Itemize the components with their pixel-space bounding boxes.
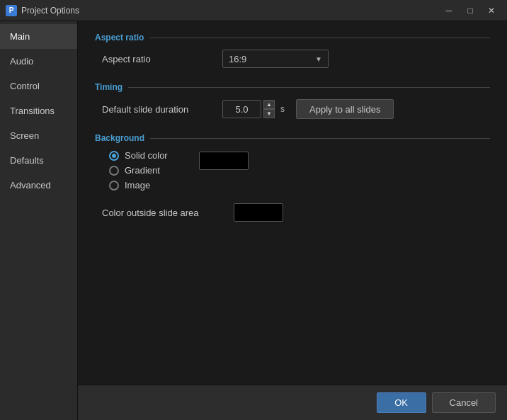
cancel-button[interactable]: Cancel	[432, 392, 496, 413]
aspect-ratio-dropdown[interactable]: 16:9 ▼	[222, 50, 329, 68]
timing-section-label: Timing	[95, 82, 490, 92]
ok-button[interactable]: OK	[377, 392, 426, 413]
timing-row: Default slide duration ▲ ▼ s Apply to al…	[95, 99, 490, 119]
radio-image[interactable]: Image	[109, 180, 168, 191]
color-outside-swatch[interactable]	[234, 203, 283, 222]
radio-gradient[interactable]: Gradient	[109, 165, 168, 176]
maximize-button[interactable]: □	[460, 4, 480, 18]
radio-solid-color[interactable]: Solid color	[109, 150, 168, 161]
background-section-label: Background	[95, 133, 490, 143]
content-scroll: Aspect ratio Aspect ratio 16:9 ▼ Timing …	[78, 21, 507, 420]
app-body: Main Audio Control Transitions Screen De…	[0, 21, 507, 420]
aspect-ratio-value: 16:9	[229, 54, 246, 64]
title-bar: P Project Options ─ □ ✕	[0, 0, 507, 21]
window-title: Project Options	[21, 6, 439, 16]
spinner-up-button[interactable]: ▲	[263, 100, 275, 109]
spinner-down-button[interactable]: ▼	[263, 109, 275, 118]
color-outside-label: Color outside slide area	[102, 208, 222, 218]
radio-solid-label: Solid color	[125, 150, 168, 161]
duration-label: Default slide duration	[102, 104, 222, 115]
content-wrapper: Aspect ratio Aspect ratio 16:9 ▼ Timing …	[78, 21, 507, 420]
radio-image-indicator	[109, 181, 119, 191]
background-content: Solid color Gradient Image	[95, 150, 490, 198]
aspect-ratio-section: Aspect ratio Aspect ratio 16:9 ▼	[95, 33, 490, 68]
minimize-button[interactable]: ─	[439, 4, 459, 18]
radio-image-label: Image	[125, 180, 150, 191]
background-section: Background Solid color Gradient	[95, 133, 490, 222]
aspect-ratio-section-label: Aspect ratio	[95, 33, 490, 42]
aspect-ratio-row: Aspect ratio 16:9 ▼	[95, 50, 490, 68]
sidebar: Main Audio Control Transitions Screen De…	[0, 21, 78, 420]
timing-section: Timing Default slide duration ▲ ▼ s Appl…	[95, 82, 490, 119]
app-icon: P	[6, 5, 17, 16]
window-controls: ─ □ ✕	[439, 4, 501, 18]
bottom-bar: OK Cancel	[78, 385, 507, 420]
apply-to-all-slides-button[interactable]: Apply to all slides	[296, 99, 394, 119]
chevron-down-icon: ▼	[315, 55, 322, 63]
duration-input[interactable]	[222, 100, 261, 118]
duration-unit: s	[280, 104, 285, 114]
spinner-wrap: ▲ ▼	[263, 100, 275, 118]
color-outside-row: Color outside slide area	[95, 203, 490, 222]
solid-color-swatch[interactable]	[199, 152, 249, 170]
sidebar-item-main[interactable]: Main	[0, 24, 77, 49]
sidebar-item-control[interactable]: Control	[0, 74, 77, 98]
sidebar-item-defaults[interactable]: Defaults	[0, 148, 77, 173]
background-radio-group: Solid color Gradient Image	[102, 150, 168, 191]
radio-solid-indicator	[109, 151, 119, 161]
duration-input-wrap: ▲ ▼ s Apply to all slides	[222, 99, 394, 119]
sidebar-item-screen[interactable]: Screen	[0, 123, 77, 148]
sidebar-item-advanced[interactable]: Advanced	[0, 173, 77, 198]
aspect-ratio-label: Aspect ratio	[102, 54, 222, 64]
sidebar-item-audio[interactable]: Audio	[0, 49, 77, 74]
radio-gradient-indicator	[109, 166, 119, 176]
radio-gradient-label: Gradient	[125, 165, 160, 176]
close-button[interactable]: ✕	[482, 4, 501, 18]
app-icon-letter: P	[9, 6, 14, 14]
sidebar-item-transitions[interactable]: Transitions	[0, 98, 77, 123]
